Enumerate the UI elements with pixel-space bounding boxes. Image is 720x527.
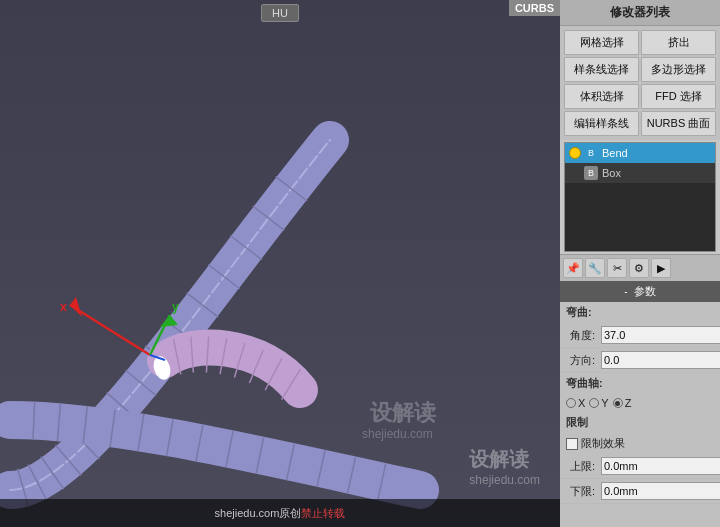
direction-row: 方向: ▲ ▼ xyxy=(560,348,720,373)
modifier-btn-nurbs[interactable]: NURBS 曲面 xyxy=(641,111,716,136)
radio-y-circle xyxy=(589,398,599,408)
upper-limit-label: 上限: xyxy=(566,459,601,474)
params-title: 参数 xyxy=(634,284,656,299)
modifier-btn-volume-select[interactable]: 体积选择 xyxy=(564,84,639,109)
lower-limit-input[interactable] xyxy=(601,482,720,500)
modifier-item-bend[interactable]: B Bend xyxy=(565,143,715,163)
upper-limit-row: 上限: ▲ ▼ xyxy=(560,454,720,479)
bottom-text1: shejiedu.com原创 xyxy=(215,506,302,521)
panel-title: 修改器列表 xyxy=(560,0,720,26)
radio-y[interactable]: Y xyxy=(589,397,608,409)
modifier-btn-edit-spline[interactable]: 编辑样条线 xyxy=(564,111,639,136)
radio-z[interactable]: Z xyxy=(613,397,632,409)
hu-button[interactable]: HU xyxy=(261,4,299,22)
modifier-item-box[interactable]: B Box xyxy=(565,163,715,183)
radio-x[interactable]: X xyxy=(566,397,585,409)
modifier-toolbar: 📌 🔧 ✂ ⚙ ▶ xyxy=(560,254,720,281)
upper-limit-input[interactable] xyxy=(601,457,720,475)
params-section: - 参数 弯曲: 角度: ▲ ▼ 方向: ▲ ▼ 弯曲轴: xyxy=(560,281,720,527)
radio-z-label: Z xyxy=(625,397,632,409)
bend-section-label: 弯曲: xyxy=(560,302,720,323)
3d-canvas xyxy=(0,0,560,527)
curbs-badge: CURBS xyxy=(509,0,560,16)
bottom-bar: shejiedu.com原创 禁止转载 xyxy=(0,499,560,527)
angle-row: 角度: ▲ ▼ xyxy=(560,323,720,348)
viewport-3d[interactable]: HU CURBS 设解读 shejiedu.com shejiedu.com原创… xyxy=(0,0,560,527)
bend-icon: B xyxy=(584,146,598,160)
collapse-icon[interactable]: - xyxy=(624,286,627,297)
modifier-btn-poly-select[interactable]: 多边形选择 xyxy=(641,57,716,82)
radio-y-label: Y xyxy=(601,397,608,409)
modifier-list: B Bend B Box xyxy=(564,142,716,252)
limit-checkbox xyxy=(566,438,578,450)
angle-input[interactable] xyxy=(601,326,720,344)
limit-effect-label: 限制效果 xyxy=(581,436,625,451)
radio-z-circle xyxy=(613,398,623,408)
modifier-btn-mesh-select[interactable]: 网格选择 xyxy=(564,30,639,55)
axis-radio-row: X Y Z xyxy=(560,394,720,412)
bulb-icon-bend xyxy=(569,147,581,159)
direction-input[interactable] xyxy=(601,351,720,369)
box-label: Box xyxy=(602,167,621,179)
modifier-btn-ffd-select[interactable]: FFD 选择 xyxy=(641,84,716,109)
modifier-buttons-grid: 网格选择 挤出 样条线选择 多边形选择 体积选择 FFD 选择 编辑样条线 NU… xyxy=(560,26,720,140)
bottom-text2: 禁止转载 xyxy=(301,506,345,521)
right-panel: 修改器列表 网格选择 挤出 样条线选择 多边形选择 体积选择 FFD 选择 编辑… xyxy=(560,0,720,527)
modifier-btn-spline-select[interactable]: 样条线选择 xyxy=(564,57,639,82)
limit-section-label: 限制 xyxy=(560,412,720,433)
wrench-button[interactable]: 🔧 xyxy=(585,258,605,278)
bend-axis-label: 弯曲轴: xyxy=(560,373,720,394)
radio-x-circle xyxy=(566,398,576,408)
gear-button[interactable]: ⚙ xyxy=(629,258,649,278)
direction-label: 方向: xyxy=(566,353,601,368)
bend-label: Bend xyxy=(602,147,628,159)
lower-limit-label: 下限: xyxy=(566,484,601,499)
params-header: - 参数 xyxy=(560,281,720,302)
box-icon: B xyxy=(584,166,598,180)
radio-x-label: X xyxy=(578,397,585,409)
lower-limit-row: 下限: ▲ ▼ xyxy=(560,479,720,504)
scissors-button[interactable]: ✂ xyxy=(607,258,627,278)
angle-label: 角度: xyxy=(566,328,601,343)
modifier-btn-extrude[interactable]: 挤出 xyxy=(641,30,716,55)
limit-effect-row: 限制效果 xyxy=(560,433,720,454)
limit-effect-check[interactable]: 限制效果 xyxy=(566,436,625,451)
pin-button[interactable]: 📌 xyxy=(563,258,583,278)
play-button[interactable]: ▶ xyxy=(651,258,671,278)
